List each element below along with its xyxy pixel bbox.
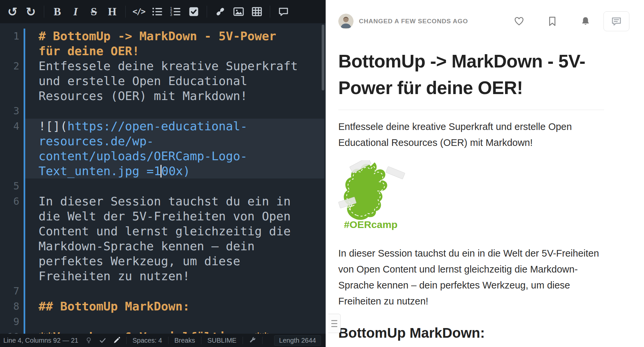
section-heading: BottomUp MarkDown: (338, 325, 604, 341)
open-comments-button[interactable] (603, 11, 629, 31)
editor-line-text[interactable]: **Verwahren & Vervielfältigen:** (25, 329, 324, 334)
redo-icon: ↻ (26, 5, 36, 19)
markdown-image-syntax: ![]( (39, 119, 67, 133)
bell-icon[interactable] (580, 16, 591, 27)
statusbar-separator (126, 337, 127, 344)
keymap-setting[interactable]: SUBLIME (204, 337, 240, 344)
preview-header: CHANGED A FEW SECONDS AGO (338, 11, 644, 31)
editor-line-text[interactable]: ![](https://open-educational- resources.… (25, 119, 324, 178)
link-icon (215, 6, 226, 17)
toolbar-separator (270, 6, 270, 18)
line-number: 8 (0, 299, 19, 314)
statusbar-separator (168, 337, 168, 344)
spaces-setting[interactable]: Spaces: 4 (129, 337, 165, 344)
code-editor[interactable]: 1 # BottomUp -> MarkDown - 5V-Power für … (0, 23, 326, 334)
table-button[interactable] (248, 3, 266, 21)
svg-text:3: 3 (170, 13, 172, 17)
editor-line-text[interactable]: ## BottomUp MarkDown: (25, 299, 324, 314)
task-list-button[interactable] (184, 3, 203, 21)
editor-line-text[interactable] (25, 284, 324, 299)
heading-button[interactable]: H (103, 3, 121, 21)
heading-icon: H (108, 6, 117, 18)
editor-toolbar: ↺ ↻ B I S H </> 1 2 3 (0, 0, 326, 23)
italic-icon: I (73, 6, 78, 18)
editor-line-6[interactable]: 6 In dieser Session tauchst du ein in di… (0, 194, 326, 284)
last-changed-text: CHANGED A FEW SECONDS AGO (359, 18, 468, 25)
title-divider (338, 110, 604, 110)
comment-icon (278, 6, 289, 17)
hamburger-icon (331, 326, 337, 327)
note-action-icons (514, 16, 591, 27)
preferences-button[interactable] (246, 337, 260, 344)
bullet-list-icon (152, 6, 162, 17)
editor-line-3[interactable]: 3 (0, 103, 326, 119)
document-title: BottomUp -> MarkDown - 5V-Power für dein… (338, 48, 604, 101)
bullet-list-button[interactable] (148, 3, 166, 21)
statusbar-separator (201, 337, 201, 344)
spellcheck-toggle[interactable] (96, 337, 110, 344)
toc-toggle-button[interactable] (328, 314, 341, 333)
editor-line-text[interactable]: In dieser Session tauchst du ein in die … (25, 194, 324, 284)
comment-bubble-icon (611, 16, 622, 27)
oercamp-logo-image: ✂ #OERcamp (338, 160, 406, 231)
table-icon (252, 6, 262, 17)
editor-line-5[interactable]: 5 (0, 178, 326, 194)
ordered-list-button[interactable]: 1 2 3 (166, 3, 184, 21)
tape-strip (386, 166, 405, 179)
pane-divider[interactable] (326, 0, 328, 347)
editor-line-9[interactable]: 9 (0, 314, 326, 329)
cursor-position-status[interactable]: Line 4, Columns 92 — 21 (0, 337, 82, 344)
editor-pane: ↺ ↻ B I S H </> 1 2 3 (0, 0, 326, 347)
line-number: 6 (0, 194, 19, 284)
line-number: 3 (0, 103, 19, 119)
redo-button[interactable]: ↻ (22, 3, 40, 21)
strikethrough-icon: S (91, 6, 97, 18)
editor-line-2[interactable]: 2 Entfessele deine kreative Superkraft u… (0, 58, 326, 103)
bookmark-icon[interactable] (547, 16, 558, 27)
code-icon: </> (133, 7, 145, 16)
editor-line-4-active[interactable]: 4 ![](https://open-educational- resource… (0, 119, 326, 178)
italic-button[interactable]: I (66, 3, 85, 21)
breaks-setting[interactable]: Breaks (171, 337, 198, 344)
link-button[interactable] (211, 3, 229, 21)
bold-icon: B (54, 6, 61, 18)
image-url: https://open-educational- resources.de/w… (39, 119, 248, 178)
code-button[interactable]: </> (130, 3, 148, 21)
edit-mode-toggle[interactable] (110, 337, 124, 344)
editor-scrollbar-thumb[interactable] (322, 25, 324, 90)
editor-line-7[interactable]: 7 (0, 284, 326, 299)
statusbar-separator (262, 337, 263, 344)
editor-line-text[interactable]: Entfessele deine kreative Superkraft und… (25, 58, 324, 103)
editor-line-text[interactable] (25, 178, 324, 194)
check-icon (99, 337, 106, 344)
pen-icon (113, 337, 120, 344)
hackmd-split-editor: ↺ ↻ B I S H </> 1 2 3 (0, 0, 644, 347)
image-button[interactable] (229, 3, 248, 21)
line-number: 4 (0, 119, 19, 178)
line-number: 9 (0, 314, 19, 329)
editor-line-10[interactable]: 10 **Verwahren & Vervielfältigen:** (0, 329, 326, 334)
line-number: 7 (0, 284, 19, 299)
editor-line-1[interactable]: 1 # BottomUp -> MarkDown - 5V-Power für … (0, 29, 326, 58)
editor-line-text[interactable] (25, 314, 324, 329)
undo-button[interactable]: ↺ (3, 3, 22, 21)
document-length-status: Length 2644 (274, 335, 321, 346)
wrench-icon (249, 337, 256, 344)
toolbar-separator (44, 6, 44, 18)
line-number: 5 (0, 178, 19, 194)
strikethrough-button[interactable]: S (85, 3, 103, 21)
toolbar-separator (125, 6, 126, 18)
theme-toggle[interactable] (82, 337, 96, 344)
bold-button[interactable]: B (48, 3, 66, 21)
editor-line-text[interactable]: # BottomUp -> MarkDown - 5V-Power für de… (25, 29, 324, 58)
undo-icon: ↺ (7, 5, 17, 19)
logo-caption: #OERcamp (344, 219, 397, 230)
editor-line-text[interactable] (25, 103, 324, 119)
editor-statusbar: Line 4, Columns 92 — 21 Spaces: 4 Breaks (0, 334, 326, 347)
heart-icon[interactable] (514, 16, 524, 27)
oercamp-logo: ✂ #OERcamp (338, 160, 604, 232)
editor-line-8[interactable]: 8 ## BottomUp MarkDown: (0, 299, 326, 314)
comment-button[interactable] (274, 3, 292, 21)
avatar[interactable] (338, 14, 354, 29)
toolbar-separator (207, 6, 207, 18)
